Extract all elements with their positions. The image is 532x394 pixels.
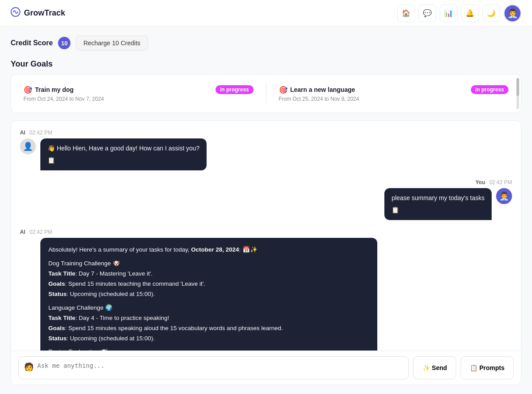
dog-goals: Goals: Spend 15 minutes teaching the com… [48,279,369,289]
goal-header-2: 🎯 Learn a new language in progress [279,85,509,94]
recharge-button[interactable]: Recharge 10 Credits [76,35,148,51]
credit-score-row: Credit Score 10 Recharge 10 Credits [11,35,521,51]
input-emoji-icon: 🧑 [24,362,34,372]
brand-name: GrowTrack [24,8,65,18]
main-content: Credit Score 10 Recharge 10 Credits Your… [0,27,532,394]
credit-score-value: 10 [58,37,70,49]
user-avatar-icon: 👨‍💼 [507,8,518,19]
input-area-wrapper: 🧑 [18,356,409,379]
message-ai-1: AI 02:42 PM 👤 👋 Hello Hien, Have a good … [20,130,512,170]
chart-button[interactable]: 📊 [440,4,458,22]
message-ai-2: AI 02:42 PM Absolutely! Here's a summary… [20,229,512,351]
goal-icon-2: 🎯 [279,86,288,94]
sender-label-ai-2: AI [20,229,25,235]
sender-label-user-1: You [476,179,485,185]
goal-card-1: 🎯 Train my dog in progress From Oct 24, … [18,82,259,106]
brand-logo[interactable]: GrowTrack [11,7,65,19]
goal-title-1: 🎯 Train my dog [23,86,74,94]
dog-task-title: Task Title: Day 7 - Mastering 'Leave it'… [48,269,369,279]
user-message-1: please summary my today's tasks 📋 👨‍💼 [20,188,512,220]
message-user-1: You 02:42 PM please summary my today's t… [20,179,512,220]
ai-long-bubble: Absolutely! Here's a summary of your tas… [40,238,377,351]
goal-status-2: in progress [471,85,509,94]
chat-button[interactable]: 💬 [419,4,436,22]
goals-scrollbar-thumb [516,78,519,96]
dog-section-title: Dog Training Challenge 🐶 [48,259,369,269]
lang-task-title: Task Title: Day 4 - Time to practice spe… [48,313,369,323]
chart-icon: 📊 [444,9,453,17]
message-meta-ai-2: AI 02:42 PM [20,229,512,235]
message-meta-user-1: You 02:42 PM [20,179,512,185]
goals-scrollbar[interactable] [516,78,519,109]
chat-messages-area[interactable]: AI 02:42 PM 👤 👋 Hello Hien, Have a good … [11,121,521,351]
chat-wrapper: AI 02:42 PM 👤 👋 Hello Hien, Have a good … [11,120,521,385]
input-bar: 🧑 ✨ Send 📋 Prompts [11,351,521,385]
time-ai-1: 02:42 PM [29,130,52,136]
ai-bubble-text-1: 👋 Hello Hien, Have a good day! How can I… [47,145,200,152]
chat-icon: 💬 [423,9,432,17]
top-navigation: GrowTrack 🏠 💬 📊 🔔 🌙 👨‍💼 [0,0,532,27]
goal-status-1: in progress [215,85,253,94]
theme-toggle-button[interactable]: 🌙 [482,4,500,22]
goal-title-2: 🎯 Learn a new language [279,86,355,94]
goal-name-2: Learn a new language [290,86,355,93]
user-avatar-chat: 👨‍💼 [496,188,512,204]
time-ai-2: 02:42 PM [29,229,52,235]
goals-section-title: Your Goals [11,59,521,69]
copy-icon-user-1[interactable]: 📋 [391,205,485,215]
ai-bubble-1: 👋 Hello Hien, Have a good day! How can I… [40,138,207,170]
ai-avatar-1: 👤 [20,138,36,154]
bell-icon: 🔔 [466,9,474,17]
ai-long-intro: Absolutely! Here's a summary of your tas… [48,245,369,255]
lang-goals: Goals: Spend 15 minutes speaking aloud t… [48,323,369,334]
goal-header-1: 🎯 Train my dog in progress [23,85,254,94]
goal-card-2: 🎯 Learn a new language in progress From … [274,82,514,106]
brand-icon [11,7,20,19]
time-user-1: 02:42 PM [489,179,512,185]
goal-icon-1: 🎯 [23,86,32,94]
send-button[interactable]: ✨ Send [413,356,456,379]
goals-container: 🎯 Train my dog in progress From Oct 24, … [11,74,521,113]
user-bubble-text-1: please summary my today's tasks [391,194,485,201]
message-meta-ai-1: AI 02:42 PM [20,130,512,136]
home-icon: 🏠 [402,9,411,17]
nav-icon-group: 🏠 💬 📊 🔔 🌙 👨‍💼 [397,4,521,22]
user-bubble-1: please summary my today's tasks 📋 [384,188,492,220]
goals-divider [266,83,266,104]
recipe-section-title: Recipe Exploration 🍽️ [48,347,369,351]
goal-date-1: From Oct 24, 2024 to Nov 7, 2024 [23,96,254,102]
bell-button[interactable]: 🔔 [461,4,479,22]
goal-name-1: Train my dog [35,86,74,93]
sender-label-ai-1: AI [20,130,25,136]
credit-score-label: Credit Score [11,39,53,47]
lang-section-title: Language Challenge 🌍 [48,303,369,313]
chat-input[interactable] [37,361,403,374]
goal-date-2: From Oct 25, 2024 to Nov 8, 2024 [279,96,509,102]
home-button[interactable]: 🏠 [397,4,415,22]
moon-icon: 🌙 [487,9,496,17]
prompts-button[interactable]: 📋 Prompts [461,356,514,379]
user-avatar-button[interactable]: 👨‍💼 [504,4,521,22]
ai-message-1: 👤 👋 Hello Hien, Have a good day! How can… [20,138,512,170]
copy-icon-1[interactable]: 📋 [47,156,200,165]
dog-status: Status: Upcoming (scheduled at 15:00). [48,289,369,299]
lang-status: Status: Upcoming (scheduled at 15:00). [48,334,369,344]
